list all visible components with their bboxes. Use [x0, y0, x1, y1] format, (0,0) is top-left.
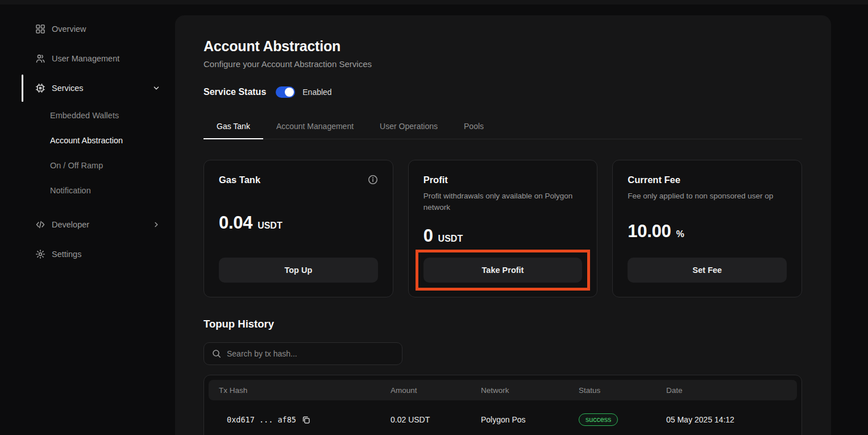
column-header-amount: Amount: [391, 386, 481, 395]
service-status-state: Enabled: [302, 88, 331, 97]
sidebar-item-label: Overview: [52, 24, 86, 34]
copy-icon[interactable]: [301, 415, 311, 425]
sidebar-item-user-management[interactable]: User Management: [0, 44, 175, 73]
card-title: Profit: [423, 175, 448, 185]
top-up-button[interactable]: Top Up: [219, 258, 378, 283]
fee-value: 10.00: [628, 221, 671, 242]
sidebar-item-notification[interactable]: Notification: [0, 178, 175, 203]
set-fee-button[interactable]: Set Fee: [628, 258, 787, 283]
date-value: 05 May 2025 14:12: [666, 415, 787, 424]
search-icon: [212, 349, 221, 358]
take-profit-button[interactable]: Take Profit: [423, 258, 583, 283]
service-status-label: Service Status: [203, 87, 266, 97]
balance-value: 0: [423, 226, 433, 246]
search-box: [203, 342, 402, 365]
sidebar-item-account-abstraction[interactable]: Account Abstraction: [0, 128, 175, 153]
active-section-indicator: [22, 74, 23, 102]
fee-unit: %: [676, 229, 684, 239]
gas-tank-card: Gas Tank 0.04 USDT Top Up: [203, 160, 393, 297]
grid-icon: [35, 24, 45, 34]
tab-user-operations[interactable]: User Operations: [367, 122, 451, 139]
gear-icon: [35, 249, 45, 259]
gas-tank-balance: 0.04 USDT: [219, 213, 378, 233]
sidebar-item-label: Account Abstraction: [50, 136, 123, 145]
cards-row: Gas Tank 0.04 USDT Top Up Profit Profit …: [203, 160, 802, 297]
profit-balance: 0 USDT: [423, 226, 583, 246]
users-icon: [35, 53, 45, 64]
sidebar-item-overview[interactable]: Overview: [0, 14, 175, 44]
service-status-toggle[interactable]: [276, 86, 295, 98]
chip-icon: [35, 83, 45, 93]
sidebar-nav: Overview User Management Services Embedd…: [0, 5, 175, 269]
current-fee-value-row: 10.00 %: [628, 221, 787, 242]
card-title: Gas Tank: [219, 175, 260, 185]
tx-hash-value: 0xd617 ... af85: [227, 415, 296, 424]
current-fee-card: Current Fee Fee only applied to non spon…: [612, 160, 802, 297]
topup-table: Tx Hash Amount Network Status Date 0xd61…: [203, 375, 802, 435]
sidebar-item-embedded-wallets[interactable]: Embedded Wallets: [0, 103, 175, 128]
tab-bar: Gas Tank Account Management User Operati…: [203, 122, 802, 139]
sidebar-item-label: Notification: [50, 186, 91, 195]
card-description: Fee only applied to non sponsored user o…: [628, 190, 787, 202]
search-input[interactable]: [227, 349, 394, 358]
sidebar-item-on-off-ramp[interactable]: On / Off Ramp: [0, 153, 175, 178]
sidebar-item-label: Developer: [52, 220, 89, 229]
sidebar-item-developer[interactable]: Developer: [0, 210, 175, 239]
main-panel: Account Abstraction Configure your Accou…: [175, 15, 831, 435]
tab-pools[interactable]: Pools: [451, 122, 497, 139]
column-header-tx-hash: Tx Hash: [219, 386, 391, 395]
topup-history-title: Topup History: [203, 318, 802, 330]
sidebar-item-label: Services: [52, 84, 84, 93]
amount-value: 0.02 USDT: [391, 415, 481, 424]
sidebar-item-settings[interactable]: Settings: [0, 239, 175, 269]
sidebar: Overview User Management Services Embedd…: [0, 5, 175, 435]
service-status-row: Service Status Enabled: [203, 85, 802, 99]
chevron-right-icon: [151, 219, 161, 230]
card-title: Current Fee: [628, 175, 680, 185]
top-strip: [0, 0, 868, 5]
code-icon: [35, 219, 45, 230]
info-icon[interactable]: [368, 175, 378, 185]
status-badge: success: [579, 413, 618, 426]
sidebar-item-label: Embedded Wallets: [50, 111, 119, 120]
column-header-date: Date: [666, 386, 787, 395]
column-header-network: Network: [481, 386, 579, 395]
table-header: Tx Hash Amount Network Status Date: [209, 380, 797, 400]
sidebar-item-label: Settings: [52, 250, 81, 259]
balance-value: 0.04: [219, 213, 252, 233]
chevron-down-icon: [151, 83, 161, 93]
network-value: Polygon Pos: [481, 415, 579, 424]
page-title: Account Abstraction: [203, 39, 802, 53]
column-header-status: Status: [579, 386, 666, 395]
card-description: Profit withdrawals only available on Pol…: [423, 190, 583, 213]
balance-unit: USDT: [438, 234, 463, 244]
take-profit-button-wrap: Take Profit: [423, 258, 583, 283]
sidebar-item-services[interactable]: Services: [0, 73, 175, 103]
balance-unit: USDT: [258, 221, 283, 231]
tab-account-management[interactable]: Account Management: [263, 122, 367, 139]
sidebar-item-label: User Management: [52, 54, 119, 63]
toggle-knob: [285, 88, 294, 97]
tab-gas-tank[interactable]: Gas Tank: [203, 122, 263, 139]
table-row: 0xd617 ... af85 0.02 USDT Polygon Pos su…: [209, 400, 797, 435]
page-subtitle: Configure your Account Abstraction Servi…: [203, 59, 802, 70]
sidebar-item-label: On / Off Ramp: [50, 161, 103, 170]
profit-card: Profit Profit withdrawals only available…: [408, 160, 598, 297]
